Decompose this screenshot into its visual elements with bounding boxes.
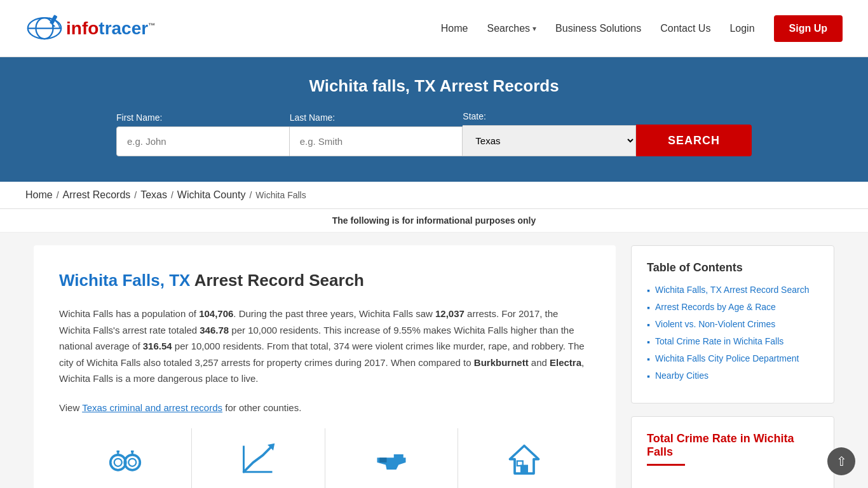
logo-icon: [25, 11, 64, 46]
house-icon: [505, 441, 543, 479]
breadcrumb-home[interactable]: Home: [25, 189, 53, 201]
gun-icon: [372, 441, 410, 479]
site-header: infotracer™ Home Searches ▾ Business Sol…: [0, 0, 868, 57]
login-button[interactable]: Login: [729, 23, 754, 34]
icons-row: [59, 428, 590, 488]
main-content: Wichita Falls, TX Arrest Record Search W…: [21, 245, 847, 488]
article-title-rest: Arrest Record Search: [190, 271, 364, 290]
svg-point-8: [114, 459, 122, 466]
breadcrumb-sep4: /: [249, 190, 252, 200]
toc-title: Table of Contents: [647, 261, 818, 274]
article-body-2: . During the past three years, Wichita F…: [233, 308, 435, 319]
state-select[interactable]: AlabamaAlaskaArizonaArkansasCaliforniaCo…: [463, 125, 636, 156]
article-national-avg: 316.54: [143, 341, 172, 351]
chart-icon: [239, 441, 277, 479]
article-title: Wichita Falls, TX Arrest Record Search: [59, 271, 590, 290]
first-name-label: First Name:: [116, 112, 162, 123]
search-button[interactable]: SEARCH: [636, 125, 752, 156]
svg-rect-17: [379, 458, 386, 463]
main-nav: Home Searches ▾ Business Solutions Conta…: [441, 15, 843, 42]
toc-list-item: Wichita Falls City Police Department: [647, 353, 818, 364]
breadcrumb-wichita-falls: Wichita Falls: [255, 190, 306, 200]
article-arrests: 12,037: [435, 308, 465, 319]
toc-link[interactable]: Wichita Falls City Police Department: [655, 353, 799, 363]
toc-list-item: Violent vs. Non-Violent Crimes: [647, 319, 818, 330]
toc-link[interactable]: Total Crime Rate in Wichita Falls: [655, 336, 783, 346]
logo[interactable]: infotracer™: [25, 11, 155, 46]
icon-box-gun: [325, 428, 458, 488]
article-rate: 346.78: [200, 325, 229, 336]
last-name-group: Last Name:: [290, 112, 463, 156]
crime-rate-underline: [647, 464, 685, 466]
toc-box: Table of Contents Wichita Falls, TX Arre…: [631, 245, 834, 403]
toc-list-item: Total Crime Rate in Wichita Falls: [647, 336, 818, 347]
article-population: 104,706: [199, 308, 233, 319]
scroll-top-button[interactable]: ⇧: [827, 447, 855, 475]
content-left: Wichita Falls, TX Arrest Record Search W…: [34, 245, 616, 488]
crime-rate-title: Total Crime Rate in Wichita Falls: [647, 432, 818, 459]
article-body-6: and: [529, 357, 550, 368]
handcuffs-icon: [106, 441, 144, 479]
nav-business-solutions[interactable]: Business Solutions: [555, 23, 641, 34]
crime-rate-box: Total Crime Rate in Wichita Falls: [631, 416, 834, 488]
state-group: State: AlabamaAlaskaArizonaArkansasCalif…: [463, 111, 636, 156]
toc-list: Wichita Falls, TX Arrest Record SearchAr…: [647, 285, 818, 381]
breadcrumb-sep1: /: [57, 190, 59, 200]
breadcrumb-wichita-county[interactable]: Wichita County: [177, 189, 246, 201]
breadcrumb: Home / Arrest Records / Texas / Wichita …: [0, 182, 868, 209]
article-link-paragraph: View Texas criminal and arrest records f…: [59, 400, 590, 416]
info-bar: The following is for informational purpo…: [0, 209, 868, 233]
icon-box-chart: [192, 428, 325, 488]
article-body-paragraph: Wichita Falls has a population of 104,70…: [59, 306, 590, 387]
last-name-input[interactable]: [290, 126, 463, 156]
svg-rect-3: [50, 15, 58, 25]
toc-list-item: Nearby Cities: [647, 370, 818, 381]
first-name-input[interactable]: [116, 126, 290, 156]
content-right: Table of Contents Wichita Falls, TX Arre…: [631, 245, 834, 488]
article-city2: Electra: [550, 357, 581, 368]
chevron-down-icon: ▾: [532, 24, 536, 33]
logo-tm: ™: [148, 21, 155, 29]
texas-records-link[interactable]: Texas criminal and arrest records: [82, 402, 222, 413]
info-bar-text: The following is for informational purpo…: [332, 215, 536, 226]
toc-list-item: Wichita Falls, TX Arrest Record Search: [647, 285, 818, 295]
toc-link[interactable]: Violent vs. Non-Violent Crimes: [655, 319, 775, 329]
icon-box-handcuffs: [59, 428, 192, 488]
nav-home[interactable]: Home: [441, 23, 468, 34]
breadcrumb-sep2: /: [134, 190, 137, 200]
state-label: State:: [463, 111, 486, 121]
nav-contact-us[interactable]: Contact Us: [660, 23, 710, 34]
article-city1: Burkburnett: [474, 357, 529, 368]
svg-point-6: [125, 455, 140, 470]
article-link-prefix: View: [59, 402, 82, 413]
hero-section: Wichita falls, TX Arrest Records First N…: [0, 57, 868, 182]
toc-link[interactable]: Wichita Falls, TX Arrest Record Search: [655, 285, 809, 295]
toc-list-item: Arrest Records by Age & Race: [647, 302, 818, 313]
hero-title: Wichita falls, TX Arrest Records: [25, 76, 843, 96]
breadcrumb-sep3: /: [171, 190, 173, 200]
svg-rect-20: [517, 461, 523, 466]
breadcrumb-arrest-records[interactable]: Arrest Records: [63, 189, 131, 201]
logo-tracer-text: tracer: [98, 18, 148, 38]
toc-link[interactable]: Arrest Records by Age & Race: [655, 302, 776, 312]
search-form: First Name: Last Name: State: AlabamaAla…: [116, 111, 752, 156]
svg-point-5: [111, 455, 126, 470]
logo-info-text: info: [66, 18, 98, 38]
article-body-1: Wichita Falls has a population of: [59, 308, 199, 319]
icon-box-house: [458, 428, 590, 488]
first-name-group: First Name:: [116, 112, 290, 156]
svg-point-9: [128, 459, 136, 466]
article-title-blue: Wichita Falls, TX: [59, 271, 190, 290]
signup-button[interactable]: Sign Up: [774, 15, 843, 42]
breadcrumb-texas[interactable]: Texas: [140, 189, 167, 201]
nav-searches[interactable]: Searches ▾: [487, 23, 536, 34]
toc-link[interactable]: Nearby Cities: [655, 370, 709, 381]
last-name-label: Last Name:: [290, 112, 336, 123]
article-link-suffix: for other counties.: [222, 402, 301, 413]
